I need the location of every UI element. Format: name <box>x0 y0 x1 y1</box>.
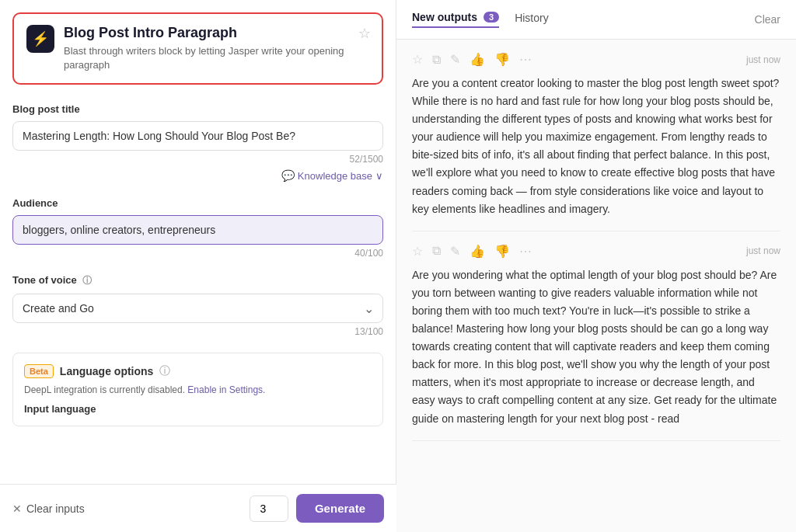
template-description: Blast through writers block by letting J… <box>64 44 369 72</box>
tone-of-voice-group: Tone of voice ⓘ Create and Go Profession… <box>12 274 383 337</box>
thumbs-down-icon-2[interactable]: 👎 <box>494 244 510 259</box>
info-icon: ⓘ <box>82 275 92 286</box>
output-text-2: Are you wondering what the optimal lengt… <box>412 266 780 428</box>
x-icon: ✕ <box>12 502 22 515</box>
template-card: ⚡ Blog Post Intro Paragraph Blast throug… <box>12 12 383 85</box>
edit-icon-2[interactable]: ✎ <box>450 244 460 259</box>
star-icon-2[interactable]: ☆ <box>412 244 423 259</box>
thumbs-up-icon[interactable]: 👍 <box>470 52 485 67</box>
right-panel: New outputs 3 History Clear ☆ ⧉ ✎ 👍 👎 ⋯ … <box>396 0 796 532</box>
tone-char-count: 13/100 <box>12 326 383 337</box>
output-item-2: ☆ ⧉ ✎ 👍 👎 ⋯ just now Are you wondering w… <box>412 231 780 441</box>
knowledge-base-icon: 💬 <box>281 169 295 182</box>
output-actions-2: ☆ ⧉ ✎ 👍 👎 ⋯ just now <box>412 244 780 259</box>
more-icon[interactable]: ⋯ <box>519 52 532 67</box>
thumbs-up-icon-2[interactable]: 👍 <box>470 244 485 259</box>
deepl-notice: DeepL integration is currently disabled.… <box>24 384 372 395</box>
right-header: New outputs 3 History Clear <box>396 0 796 40</box>
template-icon: ⚡ <box>26 25 54 53</box>
generate-row: Generate <box>250 494 384 523</box>
generate-count-input[interactable] <box>250 495 288 522</box>
output-time-1: just now <box>746 54 780 65</box>
audience-label: Audience <box>12 197 383 209</box>
knowledge-base-button[interactable]: 💬 Knowledge base ∨ <box>281 169 383 182</box>
audience-char-count: 40/100 <box>12 248 383 259</box>
output-text-1: Are you a content creator looking to mas… <box>412 75 780 218</box>
enable-in-settings-link[interactable]: Enable in Settings. <box>187 384 265 395</box>
output-actions-1: ☆ ⧉ ✎ 👍 👎 ⋯ just now <box>412 52 780 67</box>
generate-button[interactable]: Generate <box>296 494 384 523</box>
clear-inputs-button[interactable]: ✕ Clear inputs <box>12 502 85 515</box>
knowledge-base-row: 💬 Knowledge base ∨ <box>12 169 383 182</box>
beta-badge: Beta <box>24 364 54 378</box>
tone-of-voice-label: Tone of voice ⓘ <box>12 274 383 287</box>
clear-outputs-button[interactable]: Clear <box>755 13 780 26</box>
blog-post-title-label: Blog post title <box>12 103 383 115</box>
star-icon[interactable]: ☆ <box>412 52 423 67</box>
copy-icon-2[interactable]: ⧉ <box>432 244 441 258</box>
template-info: Blog Post Intro Paragraph Blast through … <box>64 25 369 72</box>
template-title: Blog Post Intro Paragraph <box>64 25 369 41</box>
edit-icon[interactable]: ✎ <box>450 52 460 67</box>
blog-post-title-input[interactable] <box>12 121 383 151</box>
left-panel: ⚡ Blog Post Intro Paragraph Blast throug… <box>0 0 396 532</box>
more-icon-2[interactable]: ⋯ <box>519 244 532 259</box>
thumbs-down-icon[interactable]: 👎 <box>494 52 510 67</box>
blog-post-title-group: Blog post title 52/1500 💬 Knowledge base… <box>12 103 383 182</box>
outputs-container: ☆ ⧉ ✎ 👍 👎 ⋯ just now Are you a content c… <box>396 40 796 532</box>
language-options-title: Language options <box>60 365 154 377</box>
language-section: Beta Language options ⓘ DeepL integratio… <box>12 353 383 426</box>
new-outputs-badge: 3 <box>484 12 499 23</box>
input-language-label: Input language <box>24 403 372 415</box>
language-header: Beta Language options ⓘ <box>24 364 372 378</box>
audience-group: Audience 40/100 <box>12 197 383 259</box>
output-item-1: ☆ ⧉ ✎ 👍 👎 ⋯ just now Are you a content c… <box>412 40 780 231</box>
copy-icon[interactable]: ⧉ <box>432 53 441 67</box>
blog-post-title-char-count: 52/1500 <box>12 154 383 165</box>
tone-select[interactable]: Create and Go Professional Casual Friend… <box>12 294 383 323</box>
chevron-down-icon: ∨ <box>375 170 383 182</box>
output-time-2: just now <box>746 245 780 256</box>
language-info-icon: ⓘ <box>159 364 170 378</box>
tone-select-wrapper: Create and Go Professional Casual Friend… <box>12 294 383 323</box>
tab-new-outputs[interactable]: New outputs 3 <box>412 11 499 28</box>
audience-input[interactable] <box>12 215 383 245</box>
tab-history[interactable]: History <box>515 12 549 27</box>
favorite-star-icon[interactable]: ☆ <box>358 25 371 42</box>
